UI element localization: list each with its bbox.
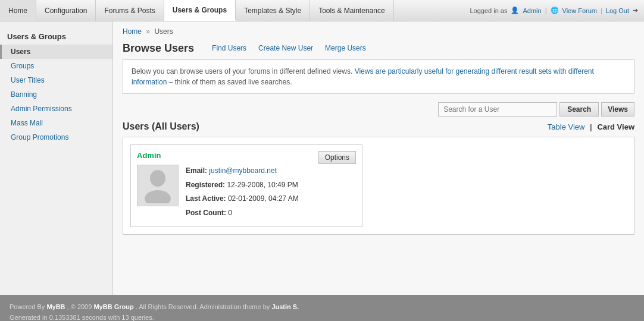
user-email-link[interactable]: justin@mybboard.net bbox=[209, 166, 277, 175]
admin-link[interactable]: Admin bbox=[523, 7, 541, 14]
breadcrumb-separator: » bbox=[146, 27, 150, 36]
search-input[interactable] bbox=[438, 102, 557, 117]
nav-tools-maintenance[interactable]: Tools & Maintenance bbox=[310, 0, 393, 21]
top-navigation: Home Configuration Forums & Posts Users … bbox=[0, 0, 644, 21]
nav-forums-posts[interactable]: Forums & Posts bbox=[96, 0, 164, 21]
registered-label: Registered: bbox=[186, 181, 225, 189]
page-title: Browse Users bbox=[123, 42, 194, 55]
svg-point-1 bbox=[145, 190, 171, 203]
sidebar-item-banning[interactable]: Banning bbox=[0, 87, 112, 102]
user-last-active-row: Last Active: 02-01-2009, 04:27 AM bbox=[186, 193, 356, 206]
separator-1: | bbox=[545, 7, 547, 14]
breadcrumb-home[interactable]: Home bbox=[123, 27, 142, 36]
user-card: Admin Email: justin@mybboard.net bbox=[130, 144, 362, 227]
table-view-link[interactable]: Table View bbox=[548, 122, 585, 131]
svg-point-0 bbox=[150, 170, 165, 187]
tab-merge-users[interactable]: Merge Users bbox=[319, 42, 372, 55]
user-card-body: Email: justin@mybboard.net Registered: 1… bbox=[137, 165, 356, 221]
search-row: Search Views bbox=[123, 102, 634, 117]
breadcrumb: Home » Users bbox=[123, 27, 634, 36]
card-view-active: Card View bbox=[597, 122, 634, 131]
sidebar-item-mass-mail[interactable]: Mass Mail bbox=[0, 116, 112, 130]
footer-line-1: Powered By MyBB , © 2009 MyBB Group . Al… bbox=[10, 302, 634, 313]
logout-arrow-icon: ➜ bbox=[633, 7, 638, 14]
views-button[interactable]: Views bbox=[601, 102, 634, 117]
sidebar-item-groups[interactable]: Groups bbox=[0, 59, 112, 73]
main-content: Home » Users Browse Users Find Users Cre… bbox=[113, 21, 644, 295]
user-cards-container: Admin Email: justin@mybboard.net bbox=[123, 137, 634, 235]
sidebar: Users & Groups Users Groups User Titles … bbox=[0, 21, 113, 295]
avatar bbox=[137, 165, 179, 206]
footer-powered-by: Powered By bbox=[10, 303, 45, 310]
footer-author-link[interactable]: Justin S. bbox=[271, 303, 299, 310]
nav-configuration[interactable]: Configuration bbox=[36, 0, 96, 21]
footer-line-2: Generated in 0.1353381 seconds with 13 q… bbox=[10, 313, 634, 321]
footer-rights: . All Rights Reserved. Administration th… bbox=[136, 303, 270, 310]
sidebar-item-user-titles[interactable]: User Titles bbox=[0, 73, 112, 87]
footer-mybb-group-link[interactable]: MyBB Group bbox=[93, 303, 133, 310]
last-active-value: 02-01-2009, 04:27 AM bbox=[228, 194, 299, 203]
sidebar-item-group-promotions[interactable]: Group Promotions bbox=[0, 130, 112, 144]
tab-create-new-user[interactable]: Create New User bbox=[252, 42, 319, 55]
sidebar-item-admin-permissions[interactable]: Admin Permissions bbox=[0, 102, 112, 116]
user-registered-row: Registered: 12-29-2008, 10:49 PM bbox=[186, 179, 356, 192]
last-active-label: Last Active: bbox=[186, 194, 226, 203]
view-toggle: Table View | Card View bbox=[548, 122, 634, 131]
nav-home[interactable]: Home bbox=[0, 0, 36, 21]
separator-2: | bbox=[601, 7, 602, 14]
view-forum-link[interactable]: View Forum bbox=[562, 7, 597, 14]
footer: Powered By MyBB , © 2009 MyBB Group . Al… bbox=[0, 295, 644, 321]
log-out-link[interactable]: Log Out bbox=[606, 7, 629, 14]
search-button[interactable]: Search bbox=[559, 102, 599, 117]
user-info: Email: justin@mybboard.net Registered: 1… bbox=[186, 165, 356, 221]
user-post-count-row: Post Count: 0 bbox=[186, 207, 356, 220]
users-title-row: Users (All Users) Table View | Card View bbox=[123, 121, 634, 132]
registered-value: 12-29-2008, 10:49 PM bbox=[227, 181, 298, 189]
footer-copyright: , © 2009 bbox=[67, 303, 92, 310]
nav-users-groups[interactable]: Users & Groups bbox=[164, 0, 236, 21]
users-section-title: Users (All Users) bbox=[123, 121, 199, 132]
user-options-button[interactable]: Options bbox=[318, 151, 356, 164]
admin-icon: 👤 bbox=[511, 7, 519, 14]
email-label: Email: bbox=[186, 166, 207, 175]
footer-mybb-link[interactable]: MyBB bbox=[46, 303, 65, 310]
globe-icon: 🌐 bbox=[551, 7, 559, 14]
page-tabs: Find Users Create New User Merge Users bbox=[206, 42, 372, 55]
view-separator: | bbox=[590, 122, 592, 131]
user-email-row: Email: justin@mybboard.net bbox=[186, 165, 356, 178]
page-header: Browse Users Find Users Create New User … bbox=[123, 42, 634, 55]
tab-find-users[interactable]: Find Users bbox=[206, 42, 252, 55]
post-count-label: Post Count: bbox=[186, 209, 226, 217]
sidebar-item-users[interactable]: Users bbox=[0, 45, 112, 59]
breadcrumb-current: Users bbox=[154, 27, 173, 36]
info-highlight: Views are particularly useful for genera… bbox=[132, 67, 594, 86]
nav-templates-style[interactable]: Templates & Style bbox=[236, 0, 310, 21]
post-count-value: 0 bbox=[228, 209, 232, 217]
nav-right-area: Logged in as 👤 Admin | 🌐 View Forum | Lo… bbox=[464, 0, 644, 21]
info-box: Below you can browse users of your forum… bbox=[123, 59, 634, 94]
sidebar-section-title: Users & Groups bbox=[0, 27, 112, 45]
logged-in-label: Logged in as bbox=[470, 7, 507, 14]
main-layout: Users & Groups Users Groups User Titles … bbox=[0, 21, 644, 295]
